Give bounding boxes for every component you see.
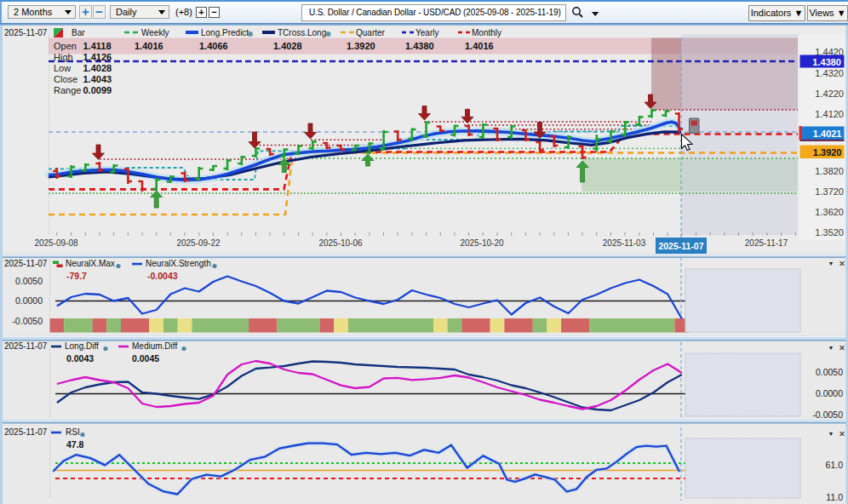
svg-text:✕: ✕: [839, 429, 845, 438]
svg-text:2025-09-22: 2025-09-22: [176, 238, 221, 248]
svg-text:0.0000: 0.0000: [816, 388, 843, 398]
svg-text:1.4118: 1.4118: [83, 41, 112, 51]
svg-text:1.3520: 1.3520: [815, 227, 844, 238]
svg-text:Range: Range: [54, 85, 81, 95]
svg-text:1.4220: 1.4220: [815, 89, 844, 99]
svg-text:▼: ▼: [828, 431, 834, 437]
svg-text:61.0: 61.0: [826, 460, 844, 470]
svg-text:Long.Predict: Long.Predict: [201, 28, 249, 37]
svg-text:-0.0050: -0.0050: [12, 316, 43, 326]
svg-text:2025-11-17: 2025-11-17: [745, 238, 788, 248]
svg-text:1.3720: 1.3720: [815, 186, 844, 197]
svg-text:1.3820: 1.3820: [815, 166, 844, 176]
svg-text:1.4380: 1.4380: [405, 41, 434, 51]
svg-text:1.4028: 1.4028: [273, 41, 302, 51]
svg-text:11.0: 11.0: [826, 492, 843, 502]
svg-text:-79.7: -79.7: [66, 271, 87, 281]
svg-text:47.8: 47.8: [66, 439, 84, 450]
svg-text:1.4120: 1.4120: [815, 109, 844, 119]
svg-text:1.4028: 1.4028: [83, 63, 112, 73]
svg-text:-0.0050: -0.0050: [812, 410, 843, 420]
svg-text:2025-11-07: 2025-11-07: [4, 427, 48, 437]
svg-text:Close: Close: [54, 74, 77, 84]
svg-text:2025-10-06: 2025-10-06: [318, 238, 363, 248]
svg-text:Monthly: Monthly: [472, 28, 501, 37]
svg-text:1.3920: 1.3920: [347, 41, 375, 51]
svg-text:Bar: Bar: [72, 28, 85, 37]
svg-text:1.4016: 1.4016: [135, 41, 163, 51]
svg-text:Low: Low: [54, 63, 71, 73]
svg-text:1.4016: 1.4016: [465, 41, 494, 51]
svg-text:TCross.Long: TCross.Long: [278, 28, 326, 37]
svg-text:Medium.Diff: Medium.Diff: [132, 341, 177, 351]
svg-text:RSI: RSI: [66, 427, 80, 437]
svg-text:1.4126: 1.4126: [83, 52, 112, 62]
svg-text:0.0050: 0.0050: [816, 367, 843, 377]
svg-text:-0.0043: -0.0043: [147, 271, 178, 281]
svg-text:NeuralX.Max: NeuralX.Max: [66, 259, 115, 268]
svg-text:0.0043: 0.0043: [66, 353, 94, 364]
svg-text:▼: ▼: [828, 345, 834, 351]
svg-text:1.4021: 1.4021: [813, 129, 842, 139]
svg-text:0.0050: 0.0050: [15, 276, 43, 286]
svg-text:Weekly: Weekly: [141, 28, 169, 37]
svg-text:2025-11-07: 2025-11-07: [658, 241, 703, 251]
svg-text:0.0000: 0.0000: [15, 295, 43, 306]
svg-text:High: High: [54, 52, 73, 62]
svg-text:Yearly: Yearly: [415, 28, 438, 37]
svg-text:2025-11-03: 2025-11-03: [603, 238, 646, 248]
svg-text:2025-10-20: 2025-10-20: [460, 238, 504, 248]
svg-text:1.4380: 1.4380: [812, 57, 841, 67]
svg-text:Open: Open: [54, 41, 77, 51]
svg-text:1.4320: 1.4320: [815, 68, 844, 78]
svg-text:0.0045: 0.0045: [132, 353, 159, 364]
svg-text:2025-11-07: 2025-11-07: [4, 341, 48, 351]
svg-text:0.0099: 0.0099: [83, 85, 112, 95]
svg-text:2025-11-07: 2025-11-07: [4, 259, 48, 268]
svg-text:✕: ✕: [839, 259, 845, 268]
svg-text:1.4043: 1.4043: [83, 74, 112, 84]
svg-text:1.3920: 1.3920: [813, 147, 842, 158]
svg-text:NeuralX.Strength: NeuralX.Strength: [146, 259, 211, 268]
svg-text:1.3620: 1.3620: [815, 207, 844, 217]
svg-text:▼: ▼: [828, 261, 834, 266]
svg-text:Long.Diff: Long.Diff: [65, 341, 99, 351]
svg-text:2025-11-07: 2025-11-07: [4, 28, 48, 37]
svg-text:2025-09-08: 2025-09-08: [34, 238, 78, 248]
svg-text:1.4066: 1.4066: [199, 41, 228, 51]
svg-text:Quarter: Quarter: [356, 28, 386, 37]
svg-text:✕: ✕: [839, 343, 845, 352]
